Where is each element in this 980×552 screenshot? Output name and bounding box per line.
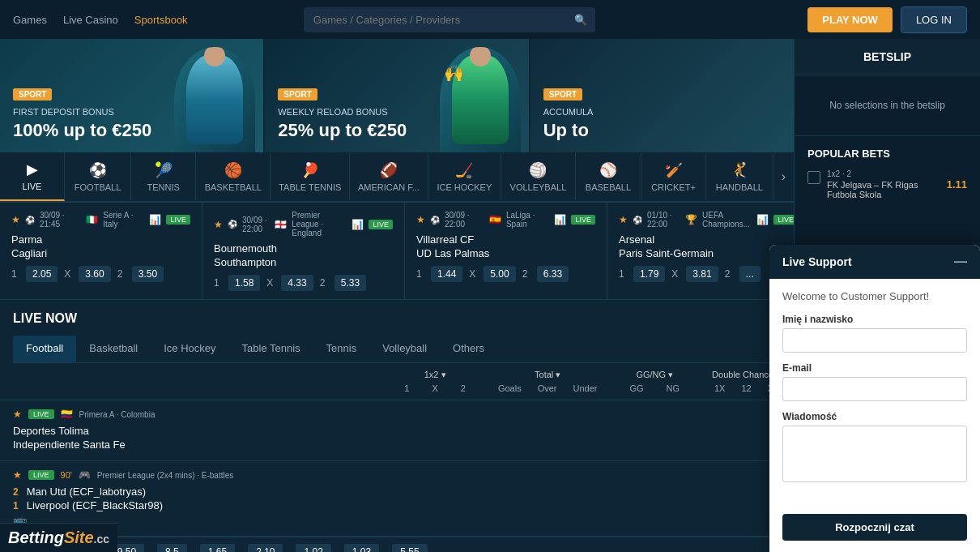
- sport-cricket[interactable]: 🏏 CRICKET+: [641, 153, 706, 200]
- nav-games[interactable]: Games: [13, 14, 47, 26]
- match-3-odd-x[interactable]: 3.81: [686, 266, 718, 282]
- match-1-league: Premier League · England: [292, 211, 347, 237]
- live-match-0: ★ LIVE 🇨🇴 Primera A · Colombia Deportes …: [0, 400, 794, 461]
- chart-icon-0: 📊: [149, 214, 161, 225]
- log-in-button[interactable]: LOG IN: [901, 6, 967, 33]
- main-nav: Games Live Casino Sportsbook: [13, 14, 188, 26]
- match-0-odd-x[interactable]: 3.60: [79, 266, 110, 282]
- live-matches-row: ★ ⚽ 30/09 · 21:45 🇮🇹 Serie A · Italy 📊 L…: [0, 203, 794, 300]
- lmr-1-flag: 🎮: [79, 469, 91, 481]
- match-card-1: ★ ⚽ 30/09 · 22:00 🏴󠁧󠁢󠁥󠁮󠁧󠁿 Premier League…: [202, 203, 405, 299]
- match-1-star[interactable]: ★: [214, 219, 223, 230]
- bo-odd-7[interactable]: 1.03: [344, 544, 379, 552]
- sport-live[interactable]: ▶ LIVE: [0, 152, 65, 201]
- lmr-0-league: Primera A · Colombia: [79, 410, 156, 419]
- nav-live-casino[interactable]: Live Casino: [63, 14, 118, 26]
- nav-sportsbook[interactable]: Sportsbook: [134, 14, 188, 26]
- match-2-ball-icon: ⚽: [430, 216, 440, 225]
- ls-submit-button[interactable]: Rozpocznij czat: [782, 514, 967, 541]
- logo-betting-text: Betting: [8, 528, 64, 546]
- match-1-team1: Bournemouth: [214, 242, 393, 255]
- match-3-time: 01/10 · 22:00: [647, 211, 680, 229]
- col-1x2-header[interactable]: 1x2 ▾: [424, 370, 446, 380]
- live-match-1: ★ LIVE 90' 🎮 Premier League (2x4 mins) ·…: [0, 461, 794, 537]
- match-1-label-2: 2: [320, 277, 328, 289]
- banner-1[interactable]: SPORT WEEKLY RELOAD BONUS 25% up to €250…: [265, 39, 530, 152]
- match-1-ball-icon: ⚽: [228, 220, 237, 229]
- sport-football[interactable]: ⚽ FOOTBALL: [65, 153, 131, 200]
- ls-name-input[interactable]: [782, 328, 967, 353]
- search-bar: 🔍: [304, 7, 595, 32]
- match-1-odd-1[interactable]: 1.58: [228, 275, 260, 291]
- match-1-flag: 🏴󠁧󠁢󠁥󠁮󠁧󠁿: [275, 219, 287, 230]
- banner-0[interactable]: SPORT FIRST DEPOSIT BONUS 100% up to €25…: [0, 39, 265, 152]
- tab-volleyball[interactable]: Volleyball: [369, 336, 440, 362]
- logo: BettingSite.cc: [8, 528, 109, 546]
- bo-odd-6[interactable]: 1.02: [296, 544, 330, 552]
- logo-site-text: Site: [64, 528, 94, 546]
- bo-odd-8[interactable]: 5.55: [392, 544, 427, 552]
- match-1-odd-x[interactable]: 4.33: [281, 275, 313, 291]
- banner-2[interactable]: SPORT ACCUMULA Up to: [530, 39, 794, 152]
- match-2-team1: Villarreal CF: [416, 233, 595, 246]
- match-0-teams: Parma Cagliari: [11, 233, 190, 259]
- pb-details-0: 1x2 · 2 FK Jelgava – FK Rigas Futbola Sk…: [827, 169, 967, 199]
- ls-minimize-button[interactable]: —: [954, 255, 967, 269]
- tab-others[interactable]: Others: [440, 336, 497, 362]
- match-1-label-1: 1: [214, 277, 222, 289]
- sport-basketball[interactable]: 🏀 BASKETBALL: [196, 153, 271, 200]
- cricket-icon: 🏏: [665, 161, 683, 179]
- col-ggng-header[interactable]: GG/NG ▾: [636, 370, 673, 380]
- match-3-odd-1[interactable]: 1.79: [633, 266, 665, 282]
- match-0-odd-2[interactable]: 3.50: [132, 266, 164, 282]
- play-now-button[interactable]: PLAY NOW: [807, 7, 893, 32]
- sport-table-tennis[interactable]: 🏓 TABLE TENNIS: [271, 153, 350, 200]
- sub-2: 2: [461, 383, 466, 393]
- bo-odd-4[interactable]: 1.65: [200, 544, 235, 552]
- tab-basketball[interactable]: Basketball: [76, 336, 151, 362]
- chart-icon-3: 📊: [756, 214, 769, 225]
- lmr-0-star[interactable]: ★: [13, 409, 22, 420]
- banner-2-sub: ACCUMULA: [543, 107, 781, 117]
- pb-checkbox-0[interactable]: [807, 171, 820, 184]
- sport-american-football[interactable]: 🏈 AMERICAN F...: [350, 153, 428, 200]
- match-2-star[interactable]: ★: [416, 214, 425, 225]
- header-actions: PLAY NOW LOG IN: [807, 6, 967, 33]
- sport-handball[interactable]: 🤾 HANDBALL: [706, 153, 773, 200]
- match-3-star[interactable]: ★: [619, 214, 628, 225]
- banner-2-badge: SPORT: [543, 88, 582, 101]
- match-1-odd-2[interactable]: 5.33: [334, 275, 366, 291]
- match-2-odd-x[interactable]: 5.00: [484, 266, 515, 282]
- match-0-star[interactable]: ★: [11, 214, 20, 225]
- sub-12: 12: [741, 383, 751, 393]
- match-2-odd-1[interactable]: 1.44: [431, 266, 462, 282]
- banners-section: SPORT FIRST DEPOSIT BONUS 100% up to €25…: [0, 39, 794, 152]
- bo-odd-3[interactable]: 8.5: [157, 544, 187, 552]
- ls-title: Live Support: [782, 255, 852, 268]
- sport-volleyball[interactable]: 🏐 VOLLEYBALL: [501, 153, 576, 200]
- col-total-header[interactable]: Total ▾: [535, 370, 560, 380]
- tab-tennis[interactable]: Tennis: [313, 336, 370, 362]
- match-0-live: LIVE: [166, 215, 190, 225]
- tab-football[interactable]: Football: [13, 336, 76, 362]
- match-card-0: ★ ⚽ 30/09 · 21:45 🇮🇹 Serie A · Italy 📊 L…: [0, 203, 202, 299]
- sports-nav-arrow[interactable]: ›: [773, 169, 794, 184]
- match-3-odd-2[interactable]: ...: [739, 266, 761, 282]
- ls-message-textarea[interactable]: [782, 426, 967, 482]
- sport-tennis[interactable]: 🎾 TENNIS: [131, 153, 196, 200]
- sport-baseball[interactable]: ⚾ BASEBALL: [576, 153, 641, 200]
- lmr-0-flag: 🇨🇴: [61, 409, 73, 420]
- match-2-odd-2[interactable]: 6.33: [537, 266, 569, 282]
- match-0-label-x: X: [64, 268, 72, 280]
- tab-ice-hockey[interactable]: Ice Hockey: [151, 336, 228, 362]
- bo-odd-5[interactable]: 2.10: [248, 544, 283, 552]
- lmr-1-time: 90': [61, 470, 72, 480]
- match-0-odd-1[interactable]: 2.05: [26, 266, 58, 282]
- search-input[interactable]: [304, 7, 595, 32]
- sport-ice-hockey[interactable]: 🏒 ICE HOCKEY: [428, 153, 501, 200]
- lmr-1-star[interactable]: ★: [13, 469, 22, 481]
- ls-email-input[interactable]: [782, 377, 967, 401]
- tab-table-tennis[interactable]: Table Tennis: [229, 336, 313, 362]
- sub-over: Over: [538, 383, 557, 393]
- sub-1x: 1X: [714, 383, 725, 393]
